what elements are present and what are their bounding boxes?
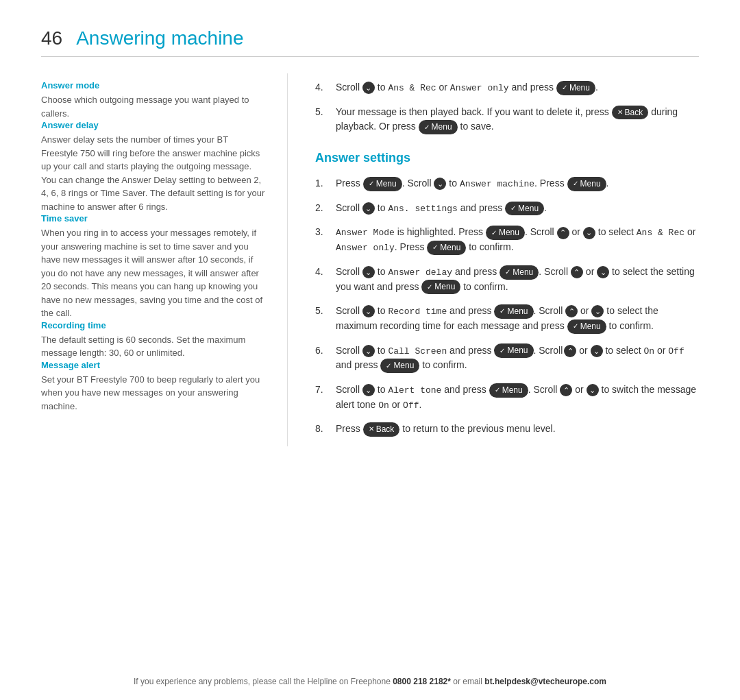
menu-btn: ✓Menu bbox=[486, 226, 525, 240]
left-column: Answer mode Choose which outgoing messag… bbox=[41, 73, 288, 446]
menu-btn: ✓Menu bbox=[567, 319, 606, 334]
check-icon: ✓ bbox=[562, 83, 567, 93]
back-btn: ✕Back bbox=[363, 422, 400, 437]
scroll-down-icon: ⌄ bbox=[597, 266, 609, 278]
scroll-down-icon: ⌄ bbox=[583, 227, 595, 239]
right-column: 4. Scroll ⌄ to Ans & Rec or Answer only … bbox=[288, 73, 699, 446]
x-icon: ✕ bbox=[617, 108, 623, 117]
step-content: Scroll ⌄ to Alert tone and press ✓Menu. … bbox=[336, 383, 699, 412]
menu-button: ✓Menu bbox=[556, 81, 595, 95]
step-6: 6. Scroll ⌄ to Call Screen and press ✓Me… bbox=[315, 343, 699, 373]
time-saver-text: When you ring in to access your messages… bbox=[41, 226, 267, 320]
page-title: Answering machine bbox=[76, 27, 243, 49]
answer-settings-section: Answer settings 1. Press ✓Menu. Scroll ⌄… bbox=[315, 151, 699, 437]
scroll-up-icon: ⌃ bbox=[564, 345, 576, 357]
scroll-down-icon: ⌄ bbox=[362, 305, 375, 317]
menu-btn: ✓Menu bbox=[363, 177, 402, 191]
scroll-up-icon: ⌃ bbox=[560, 384, 572, 396]
scroll-down-icon: ⌄ bbox=[362, 202, 375, 215]
scroll-up-icon: ⌃ bbox=[571, 266, 583, 278]
scroll-down-icon: ⌄ bbox=[362, 82, 375, 94]
scroll-down-icon: ⌄ bbox=[362, 345, 375, 357]
menu-btn: ✓Menu bbox=[427, 241, 466, 255]
answer-delay-text: Answer delay sets the number of times yo… bbox=[41, 133, 267, 213]
menu-btn: ✓Menu bbox=[500, 265, 539, 280]
recording-time-text: The default setting is 60 seconds. Set t… bbox=[41, 333, 267, 360]
section-time-saver: Time saver When you ring in to access yo… bbox=[41, 213, 267, 320]
answer-settings-steps: 1. Press ✓Menu. Scroll ⌄ to Answer machi… bbox=[315, 176, 699, 437]
intro-step-4: 4. Scroll ⌄ to Ans & Rec or Answer only … bbox=[315, 80, 699, 95]
mono-text-2: Answer only bbox=[450, 83, 509, 93]
answer-delay-title: Answer delay bbox=[41, 120, 267, 130]
step-8: 8. Press ✕Back to return to the previous… bbox=[315, 422, 699, 437]
footer: If you experience any problems, please c… bbox=[0, 677, 740, 686]
step-number: 8. bbox=[315, 422, 329, 436]
step-number: 1. bbox=[315, 176, 329, 191]
answer-mode-text: Choose which outgoing message you want p… bbox=[41, 93, 267, 120]
step-content: Scroll ⌄ to Answer delay and press ✓Menu… bbox=[336, 265, 699, 294]
section-message-alert: Message alert Set your BT Freestyle 700 … bbox=[41, 360, 267, 413]
step-content: Scroll ⌄ to Call Screen and press ✓Menu.… bbox=[336, 343, 699, 373]
scroll-down-icon: ⌄ bbox=[591, 345, 603, 357]
footer-email-prefix: or email bbox=[451, 677, 484, 686]
step-content: Press ✓Menu. Scroll ⌄ to Answer machine.… bbox=[336, 176, 699, 191]
page-number: 46 bbox=[41, 27, 62, 49]
step-3: 3. Answer Mode is highlighted. Press ✓Me… bbox=[315, 225, 699, 254]
step-number: 4. bbox=[315, 265, 329, 279]
footer-phone: 0800 218 2182* bbox=[393, 677, 451, 686]
menu-btn: ✓Menu bbox=[567, 177, 606, 191]
message-alert-title: Message alert bbox=[41, 360, 267, 370]
menu-btn: ✓Menu bbox=[494, 304, 533, 319]
step-number: 5. bbox=[315, 304, 329, 318]
footer-email: bt.helpdesk@vtecheurope.com bbox=[484, 677, 606, 686]
step-1: 1. Press ✓Menu. Scroll ⌄ to Answer machi… bbox=[315, 176, 699, 191]
page-header: 46 Answering machine bbox=[41, 27, 699, 49]
recording-time-title: Recording time bbox=[41, 320, 267, 330]
answer-settings-heading: Answer settings bbox=[315, 151, 699, 165]
step-2: 2. Scroll ⌄ to Ans. settings and press ✓… bbox=[315, 201, 699, 216]
step-content: Scroll ⌄ to Ans & Rec or Answer only and… bbox=[336, 80, 699, 95]
step-content: Your message is then played back. If you… bbox=[336, 105, 699, 134]
step-number: 4. bbox=[315, 80, 329, 95]
divider bbox=[41, 56, 699, 57]
section-answer-mode: Answer mode Choose which outgoing messag… bbox=[41, 80, 267, 120]
section-answer-delay: Answer delay Answer delay sets the numbe… bbox=[41, 120, 267, 213]
scroll-up-icon: ⌃ bbox=[557, 227, 569, 239]
section-recording-time: Recording time The default setting is 60… bbox=[41, 320, 267, 360]
step-content: Answer Mode is highlighted. Press ✓Menu.… bbox=[336, 225, 699, 254]
intro-steps: 4. Scroll ⌄ to Ans & Rec or Answer only … bbox=[315, 80, 699, 134]
step-number: 3. bbox=[315, 225, 329, 239]
step-4: 4. Scroll ⌄ to Answer delay and press ✓M… bbox=[315, 265, 699, 294]
step-7: 7. Scroll ⌄ to Alert tone and press ✓Men… bbox=[315, 383, 699, 412]
step-5: 5. Scroll ⌄ to Record time and press ✓Me… bbox=[315, 304, 699, 333]
menu-btn: ✓Menu bbox=[489, 383, 528, 398]
menu-btn: ✓Menu bbox=[494, 343, 533, 358]
message-alert-text: Set your BT Freestyle 700 to beep regula… bbox=[41, 373, 267, 413]
back-button: ✕Back bbox=[612, 106, 649, 120]
menu-btn: ✓Menu bbox=[421, 280, 460, 294]
answer-mode-title: Answer mode bbox=[41, 80, 267, 90]
mono-text: Ans & Rec bbox=[388, 83, 436, 93]
scroll-down-icon: ⌄ bbox=[434, 178, 446, 190]
scroll-up-icon: ⌃ bbox=[565, 305, 578, 317]
intro-step-5: 5. Your message is then played back. If … bbox=[315, 105, 699, 134]
page-container: 46 Answering machine Answer mode Choose … bbox=[0, 0, 740, 487]
scroll-down-icon: ⌄ bbox=[591, 305, 604, 317]
step-content: Press ✕Back to return to the previous me… bbox=[336, 422, 699, 437]
check-icon-2: ✓ bbox=[424, 123, 430, 132]
menu-button-2: ✓Menu bbox=[419, 120, 458, 134]
step-content: Scroll ⌄ to Ans. settings and press ✓Men… bbox=[336, 201, 699, 216]
menu-btn: ✓Menu bbox=[505, 202, 544, 216]
step-number: 7. bbox=[315, 383, 329, 397]
step-number: 5. bbox=[315, 105, 329, 119]
step-content: Scroll ⌄ to Record time and press ✓Menu.… bbox=[336, 304, 699, 333]
scroll-down-icon: ⌄ bbox=[587, 384, 599, 396]
scroll-down-icon: ⌄ bbox=[362, 384, 375, 396]
scroll-down-icon: ⌄ bbox=[362, 266, 375, 278]
time-saver-title: Time saver bbox=[41, 213, 267, 224]
menu-btn: ✓Menu bbox=[380, 359, 419, 373]
step-number: 2. bbox=[315, 201, 329, 215]
step-number: 6. bbox=[315, 343, 329, 358]
content-columns: Answer mode Choose which outgoing messag… bbox=[41, 73, 699, 446]
footer-text: If you experience any problems, please c… bbox=[134, 677, 393, 686]
